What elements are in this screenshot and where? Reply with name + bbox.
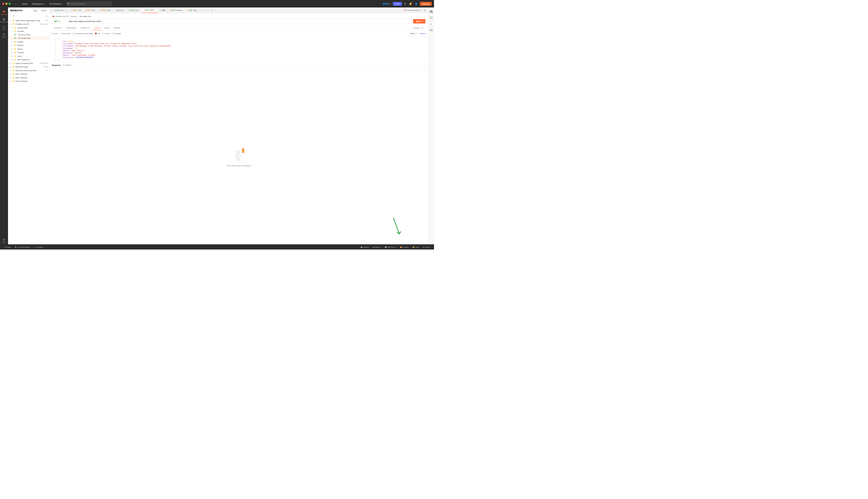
collection-aws-iam[interactable]: 📁 AWS IAM & Organization Audit ⑂ 123 [8,19,50,22]
body-dot [99,27,100,28]
tab-get-li[interactable]: GET Get li... ● [52,8,70,13]
add-tab-button[interactable]: ＋ [205,8,211,13]
cookies-bottom-button[interactable]: 🍪 Cookies [398,246,411,248]
comment-icon[interactable]: 💬 [429,15,434,21]
option-binary[interactable]: binary [102,33,109,34]
add-collection-icon[interactable]: ＋ [10,15,12,17]
user-avatar[interactable]: 👤 [414,2,418,6]
folder-authorization[interactable]: 📁 Authorization [8,26,50,29]
tab-get-new[interactable]: GET Get New ● [168,8,186,13]
collection-chatbot[interactable]: 📁 ChatBot.com API ⑂ 100szy's fork [8,22,50,26]
collection-new-3[interactable]: 📁 New Collection [8,80,50,83]
svg-rect-18 [242,150,244,152]
save-icon[interactable]: 💾 [429,9,434,14]
sidebar-item-apis[interactable]: APIs [1,24,8,32]
console-button[interactable]: ⬛ Console [32,245,45,250]
search-bar[interactable]: 🔍 Search Postman [66,1,112,6]
postbot-button[interactable]: 🤖 Postbot [358,246,371,248]
folder-training[interactable]: 📁 Training [8,51,50,54]
tab-settings[interactable]: Settings [111,26,122,31]
tab-params[interactable]: Params [52,26,64,31]
folder-reports[interactable]: 📁 Reports [8,44,50,47]
workspaces-link[interactable]: Workspaces ▼ [31,2,46,5]
beautify-button[interactable]: Beautify [420,33,426,34]
new-button[interactable]: New [32,9,39,12]
info-icon[interactable]: ℹ [429,22,432,27]
tab-scripts[interactable]: Scripts [102,26,111,31]
collection-muzooka[interactable]: 📁 Muzooka Artist Assets API ⑂ jj [8,69,50,72]
request-get-single-chat[interactable]: GET Get single chat [8,36,50,40]
sidebar-item-history[interactable]: History [1,32,8,39]
tab-https[interactable]: GET https... ● [186,8,202,13]
forward-button[interactable]: › [17,2,19,6]
trash-button[interactable]: 🗑 Trash [421,246,432,248]
tab-more-button[interactable]: ▾ [211,8,214,13]
option-graphql[interactable]: GraphQL [112,33,121,34]
collection-new-2[interactable]: 📁 New Collection [8,76,50,80]
format-selector[interactable]: JSON ▾ [409,32,418,35]
tab-get-single[interactable]: GET Get S... [142,8,157,13]
collection-breadcrumb-icon: 📦 [52,15,55,17]
folder-archives[interactable]: 📁 Archives [8,29,50,33]
sidebar-item-collections[interactable]: Collections [1,9,8,16]
method-selector[interactable]: GET ▾ [52,19,65,24]
response-expand-button[interactable]: ⌄ [424,64,426,66]
collection-edge-computing[interactable]: 📁 Edge Computing APIs ⑂ edekv20222 [8,61,50,65]
collection-microsoft-graph[interactable]: 📁 Microsoft Graph ⑂ NTLM [8,65,50,69]
overview-icon: ⬡ [159,10,161,11]
tab-post-add[interactable]: POST Add [70,8,83,13]
tab-overview[interactable]: ⬡ 概要 [157,8,168,13]
bell-icon[interactable]: 🔔 [408,2,413,6]
api-network-link[interactable]: API Network ▼ [48,2,64,5]
settings-icon[interactable]: ⚙ [404,2,407,6]
online-status[interactable]: Online [2,245,13,250]
breadcrumb: 📦 ChatBot.com API / Archives / Get singl… [52,15,425,17]
option-urlencoded[interactable]: x-www-form-urlencoded [72,33,93,34]
tab-scroll-left[interactable]: ‹ [50,8,52,13]
option-none[interactable]: none [52,33,58,34]
start-proxy-button[interactable]: 📡 Start Proxy [383,246,397,248]
tab-authorization[interactable]: Authorization [64,26,78,31]
code-editor[interactable]: 1 { 2 "id": {{$}}, 3 "username": "Knuqwp… [50,37,428,62]
runner-button[interactable]: ▶ Runner [371,246,383,248]
tab-body[interactable]: Body [92,26,102,31]
main-layout: Collections Environments APIs History [0,8,434,244]
tab-post-http[interactable]: POST http... [83,8,98,13]
right-panel: 💾 💬 ℹ ⌨ [428,8,434,244]
tab-runner[interactable]: ▶ Runne... [115,8,127,13]
minimize-button[interactable] [5,3,8,5]
history-button[interactable]: 🕐 History ▾ [62,64,72,66]
filter-icon[interactable]: ☰ [13,15,15,17]
folder-stories[interactable]: 📁 Stories [8,47,50,51]
eye-icon[interactable]: 👁 [424,9,426,11]
home-link[interactable]: Home [21,2,28,5]
tab-post-retur[interactable]: POST Retur... [98,8,114,13]
sidebar-item-environments[interactable]: Environments [1,17,8,24]
more-options-icon[interactable]: ••• [46,15,48,17]
upgrade-button[interactable]: Upgrade [420,2,432,6]
code-view-button[interactable]: </> [420,27,424,29]
collection-new-1[interactable]: 📁 New Collection [8,72,50,76]
kbd-shortcut-icon[interactable]: ⌨ [428,28,434,33]
request-get-list-of-chats[interactable]: GET Get list of chats [8,33,50,36]
vault-button[interactable]: 🔐 Vault [411,246,421,248]
env-dropdown-button[interactable]: ▼ [420,10,422,11]
send-button[interactable]: Send ▾ [413,19,425,24]
folder-user-segments[interactable]: 📁 User Segments [8,58,50,62]
maximize-button[interactable] [9,3,11,5]
url-input[interactable] [67,19,412,24]
close-button[interactable] [2,3,4,5]
import-button[interactable]: Import [40,9,47,12]
tab-get-paid[interactable]: GET Paid ... [127,8,142,13]
tab-headers[interactable]: Headers (9) [79,26,93,31]
folder-entities[interactable]: 📁 Entities [8,40,50,44]
find-replace-button[interactable]: 🔍 Find and replace [13,245,32,250]
cookies-button[interactable]: Cookies [413,27,419,29]
tab-scroll-right[interactable]: › [202,8,205,13]
sidebar-item-flows[interactable]: Flows [1,238,8,245]
option-raw[interactable]: raw [95,33,100,34]
back-button[interactable]: ‹ [14,2,16,6]
option-form-data[interactable]: form-data [60,33,70,34]
invite-button[interactable]: Invite [393,2,402,6]
folder-users[interactable]: 📁 Users [8,54,50,58]
